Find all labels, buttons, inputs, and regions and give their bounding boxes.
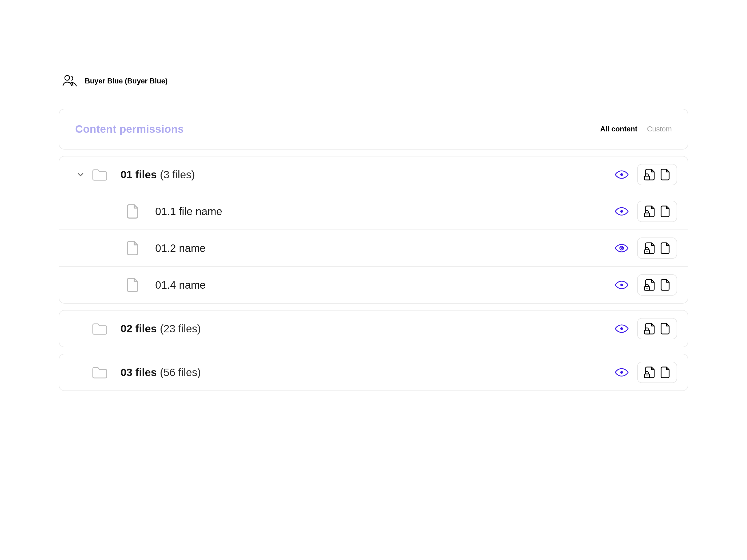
permission-options[interactable] — [637, 201, 677, 222]
folder-name: 01 files — [121, 169, 157, 181]
file-label: 01.4 name — [155, 279, 614, 291]
svg-point-12 — [620, 284, 623, 286]
svg-point-17 — [646, 331, 647, 332]
svg-point-0 — [65, 75, 70, 80]
file-icon — [126, 203, 155, 219]
file-name: 01.1 file name — [155, 206, 222, 217]
file-locked-icon — [644, 242, 655, 255]
file-label: 01.2 name — [155, 242, 614, 254]
permissions-title: Content permissions — [75, 123, 184, 135]
visibility-toggle[interactable] — [614, 277, 630, 293]
persons-icon — [62, 75, 78, 87]
svg-point-1 — [620, 173, 623, 176]
file-icon — [660, 278, 670, 291]
file-locked-icon — [644, 278, 655, 291]
folder-label: 01 files (3 files) — [121, 169, 614, 181]
svg-point-11 — [646, 251, 647, 252]
file-icon — [126, 240, 155, 256]
folder-card: 02 files (23 files) — [59, 310, 688, 347]
folder-name: 03 files — [121, 367, 157, 378]
user-header: Buyer Blue (Buyer Blue) — [62, 75, 688, 87]
svg-point-15 — [620, 327, 623, 330]
permissions-header-card: Content permissions All content Custom — [59, 109, 688, 150]
file-icon — [660, 366, 670, 379]
svg-point-3 — [646, 178, 647, 179]
folder-icon — [91, 168, 121, 181]
file-locked-icon — [644, 366, 655, 379]
folder-row[interactable]: 02 files (23 files) — [59, 311, 688, 347]
folder-count: (3 files) — [160, 169, 195, 181]
permission-options[interactable] — [637, 318, 677, 339]
file-row[interactable]: 01.2 name — [59, 230, 688, 266]
visibility-toggle-blocked[interactable] — [614, 240, 630, 256]
folder-card: 01 files (3 files) — [59, 156, 688, 303]
svg-point-4 — [620, 210, 623, 213]
permission-options[interactable] — [637, 362, 677, 383]
svg-point-20 — [646, 375, 647, 376]
permission-options[interactable] — [637, 274, 677, 296]
user-label: Buyer Blue (Buyer Blue) — [85, 77, 168, 85]
tab-custom[interactable]: Custom — [647, 125, 672, 133]
permission-options[interactable] — [637, 164, 677, 185]
file-row[interactable]: 01.1 file name — [59, 193, 688, 230]
folder-row[interactable]: 03 files (56 files) — [59, 354, 688, 391]
folder-row[interactable]: 01 files (3 files) — [59, 157, 688, 193]
folder-label: 02 files (23 files) — [121, 323, 614, 335]
file-locked-icon — [644, 322, 655, 335]
folder-card: 03 files (56 files) — [59, 354, 688, 391]
file-label: 01.1 file name — [155, 206, 614, 217]
folder-label: 03 files (56 files) — [121, 367, 614, 378]
svg-point-14 — [646, 288, 647, 289]
visibility-toggle[interactable] — [614, 321, 630, 337]
tab-all-content[interactable]: All content — [600, 125, 637, 133]
file-icon — [660, 322, 670, 335]
file-name: 01.4 name — [155, 279, 206, 291]
permissions-tabs: All content Custom — [600, 125, 672, 133]
permission-options[interactable] — [637, 238, 677, 259]
file-row[interactable]: 01.4 name — [59, 266, 688, 303]
file-icon — [126, 277, 155, 293]
visibility-toggle[interactable] — [614, 167, 630, 183]
file-icon — [660, 168, 670, 181]
folder-count: (56 files) — [160, 367, 201, 378]
svg-point-18 — [620, 371, 623, 374]
file-locked-icon — [644, 168, 655, 181]
folder-icon — [91, 322, 121, 335]
visibility-toggle[interactable] — [614, 203, 630, 219]
visibility-toggle[interactable] — [614, 364, 630, 380]
svg-point-6 — [646, 214, 647, 215]
file-icon — [660, 205, 670, 218]
file-locked-icon — [644, 205, 655, 218]
file-icon — [660, 242, 670, 255]
folder-count: (23 files) — [160, 323, 201, 335]
chevron-down-icon[interactable] — [70, 170, 91, 179]
file-name: 01.2 name — [155, 242, 206, 254]
folder-name: 02 files — [121, 323, 157, 335]
folder-icon — [91, 366, 121, 379]
